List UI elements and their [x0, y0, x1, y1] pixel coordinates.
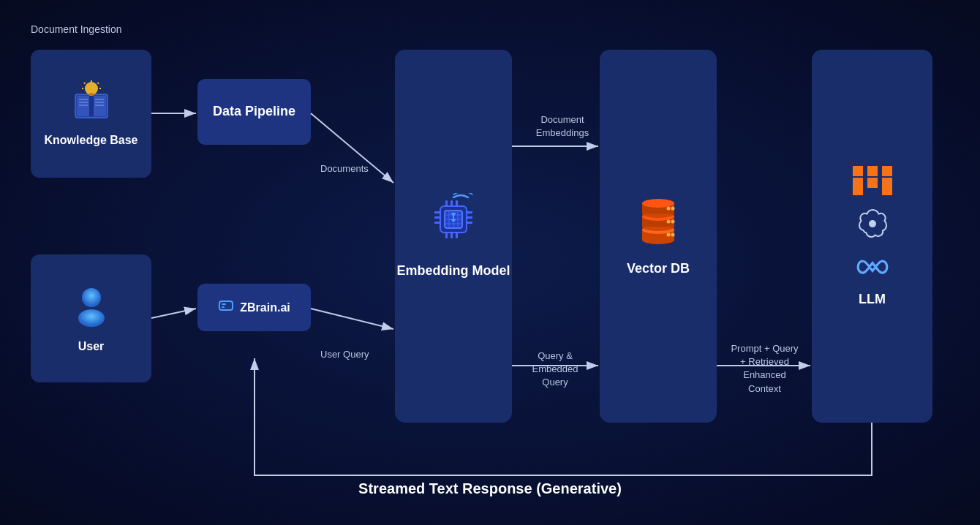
user-query-label: User Query: [320, 348, 369, 361]
knowledge-base-box: Knowledge Base: [31, 50, 151, 178]
embedding-label: Embedding Model: [397, 262, 510, 279]
svg-rect-20: [222, 303, 226, 305]
svg-rect-64: [867, 178, 878, 188]
svg-point-58: [667, 207, 671, 211]
prompt-query-label: Prompt + Query + Retrieved Enhanced Cont…: [730, 342, 799, 396]
svg-rect-1: [77, 96, 90, 116]
svg-rect-40: [451, 233, 453, 238]
llm-box: LLM: [812, 50, 932, 423]
openai-icon: [856, 207, 889, 241]
svg-rect-41: [456, 233, 458, 238]
svg-rect-37: [451, 200, 453, 206]
documents-label: Documents: [320, 162, 369, 175]
vector-db-box: Vector DB: [600, 50, 717, 423]
svg-rect-19: [219, 301, 233, 310]
svg-line-73: [151, 309, 196, 318]
svg-point-59: [671, 207, 675, 211]
svg-rect-60: [853, 166, 863, 176]
pipeline-box: Data Pipeline: [197, 79, 311, 145]
svg-point-17: [82, 288, 101, 307]
knowledge-base-icon: [69, 80, 113, 126]
vectordb-label: Vector DB: [627, 260, 690, 277]
doc-embeddings-label: Document Embeddings: [529, 113, 595, 140]
svg-point-68: [869, 220, 876, 227]
svg-line-74: [311, 309, 393, 329]
svg-rect-32: [434, 222, 440, 224]
svg-rect-3: [89, 96, 94, 116]
doc-ingestion-label: Document Ingestion: [31, 23, 122, 35]
query-embedded-label: Query & Embedded Query: [522, 350, 588, 390]
svg-rect-38: [456, 200, 458, 206]
embedding-chip-icon: [427, 193, 480, 252]
svg-rect-62: [882, 166, 892, 176]
svg-rect-34: [467, 216, 472, 219]
user-icon: [70, 284, 113, 333]
embedding-model-box: Embedding Model: [395, 50, 512, 423]
svg-point-49: [671, 233, 675, 237]
streamed-response-label: Streamed Text Response (Generative): [0, 480, 980, 497]
kb-label: Knowledge Base: [44, 133, 137, 148]
svg-line-14: [84, 83, 86, 84]
svg-rect-33: [467, 211, 472, 214]
zbrain-label: ZBrain.ai: [240, 301, 290, 314]
pipeline-label: Data Pipeline: [213, 103, 295, 120]
svg-rect-11: [89, 93, 94, 96]
svg-rect-36: [445, 200, 448, 206]
svg-rect-35: [467, 222, 472, 224]
svg-rect-67: [882, 185, 892, 195]
svg-rect-21: [222, 306, 225, 308]
mistral-icon: [853, 166, 892, 195]
diagram-container: Document Ingestion: [0, 0, 980, 525]
svg-rect-31: [434, 216, 440, 219]
svg-rect-39: [445, 233, 448, 238]
llm-logos: [853, 166, 892, 276]
svg-rect-66: [853, 185, 863, 195]
svg-rect-30: [434, 211, 440, 214]
svg-point-57: [642, 199, 674, 208]
svg-rect-2: [93, 96, 106, 116]
llm-label: LLM: [859, 292, 886, 307]
svg-rect-61: [867, 166, 878, 176]
user-label: User: [78, 340, 105, 353]
svg-point-48: [667, 233, 671, 237]
vector-db-icon: [632, 194, 685, 250]
svg-point-53: [667, 220, 671, 224]
meta-icon: [853, 252, 892, 276]
zbrain-icon: [218, 298, 234, 317]
zbrain-box: ZBrain.ai: [197, 284, 311, 331]
svg-point-54: [671, 220, 675, 224]
user-box: User: [31, 254, 151, 382]
svg-point-18: [78, 309, 105, 327]
svg-line-13: [97, 83, 99, 84]
